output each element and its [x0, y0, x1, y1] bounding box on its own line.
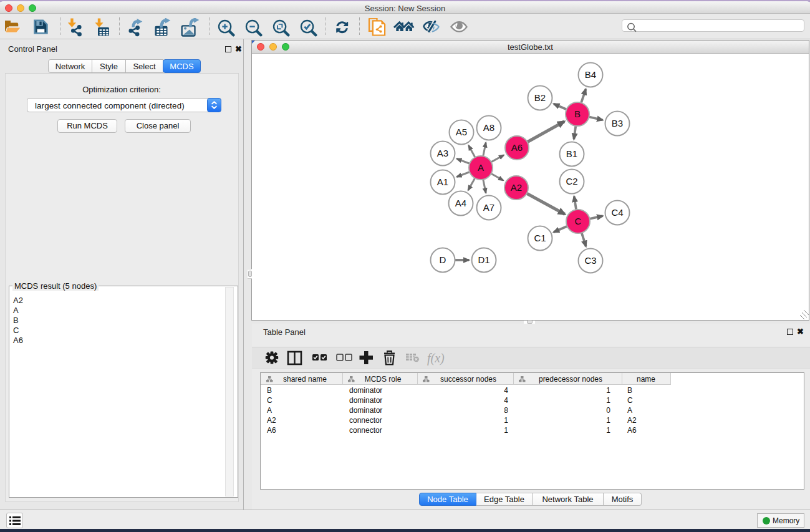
svg-text:B4: B4 [585, 69, 596, 80]
svg-text:dominator: dominator [349, 396, 382, 405]
svg-text:A6: A6 [511, 142, 523, 153]
svg-text:shared name: shared name [283, 375, 327, 384]
svg-text:B: B [627, 386, 632, 395]
svg-text:B1: B1 [566, 148, 577, 159]
svg-text:A4: A4 [455, 198, 466, 208]
svg-text:1: 1 [606, 396, 610, 405]
svg-text:C3: C3 [584, 255, 596, 266]
svg-text:1: 1 [606, 426, 610, 435]
svg-text:A2: A2 [627, 416, 637, 425]
svg-text:dominator: dominator [349, 386, 382, 395]
svg-text:connector: connector [349, 426, 382, 435]
svg-text:A1: A1 [437, 177, 448, 187]
svg-text:MCDS role: MCDS role [365, 375, 402, 384]
svg-text:dominator: dominator [349, 406, 382, 415]
svg-text:C1: C1 [534, 233, 546, 243]
svg-text:1: 1 [504, 426, 508, 435]
svg-text:D: D [440, 254, 446, 265]
svg-text:A2: A2 [267, 416, 276, 425]
svg-text:predecessor nodes: predecessor nodes [539, 375, 602, 384]
svg-text:C: C [267, 396, 272, 405]
svg-text:A2: A2 [511, 182, 522, 193]
svg-text:connector: connector [349, 416, 382, 425]
svg-text:4: 4 [504, 396, 508, 405]
svg-text:8: 8 [504, 406, 508, 415]
svg-text:B: B [267, 386, 272, 395]
svg-text:A3: A3 [437, 148, 448, 158]
svg-text:1: 1 [504, 416, 508, 425]
svg-text:A8: A8 [483, 122, 494, 133]
svg-text:1: 1 [606, 386, 610, 395]
svg-text:4: 4 [504, 386, 508, 395]
svg-text:C: C [627, 396, 633, 405]
svg-text:C2: C2 [566, 176, 577, 186]
svg-text:A5: A5 [456, 127, 467, 137]
svg-text:name: name [637, 375, 655, 384]
svg-text:0: 0 [606, 406, 610, 415]
svg-text:C: C [575, 216, 582, 226]
svg-text:A: A [267, 406, 272, 415]
svg-text:B2: B2 [534, 92, 546, 103]
svg-text:C4: C4 [611, 207, 623, 218]
svg-text:successor nodes: successor nodes [440, 375, 496, 384]
svg-text:A: A [478, 162, 484, 173]
svg-text:f(x): f(x) [427, 351, 445, 365]
svg-text:A6: A6 [627, 426, 637, 435]
svg-text:B: B [574, 109, 581, 119]
svg-text:D1: D1 [478, 254, 489, 265]
svg-text:B3: B3 [612, 118, 623, 128]
svg-text:A: A [627, 406, 632, 415]
svg-text:A6: A6 [267, 426, 276, 435]
svg-text:A7: A7 [483, 202, 494, 213]
svg-text:1: 1 [606, 416, 610, 425]
